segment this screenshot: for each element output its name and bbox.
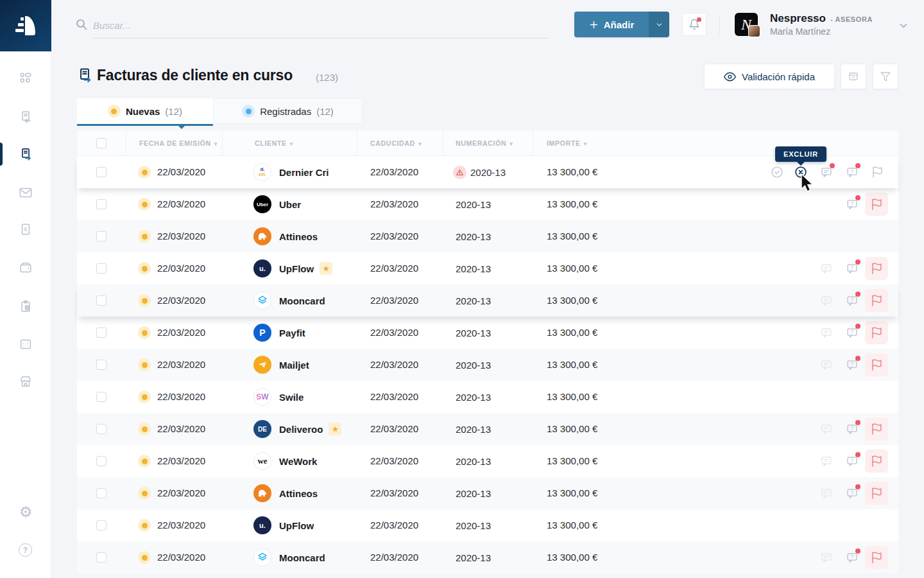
invoice-row-attineos[interactable]: 22/03/2020Attineos22/03/20202020-1313 30… (77, 477, 898, 509)
client-logo-upflow: u. (253, 259, 271, 277)
sidebar-item-settings-icon[interactable]: ⚙ (19, 505, 33, 519)
row-checkbox[interactable] (96, 167, 107, 177)
cell-amount: 13 300,00 € (547, 156, 597, 188)
flag-active-button[interactable] (865, 482, 888, 505)
question-new-icon-button[interactable]: ? (845, 293, 859, 308)
cell-due-date: 22/03/2020 (370, 349, 418, 381)
filter-button[interactable] (873, 64, 898, 89)
flag-active-button[interactable] (865, 353, 888, 376)
row-checkbox[interactable] (96, 456, 107, 466)
account-info[interactable]: Nespresso - ASESORA (770, 12, 873, 25)
sidebar-item-receipts-icon[interactable]: € (19, 222, 33, 236)
sidebar-item-accounting-icon[interactable] (19, 299, 33, 313)
flag-active-button[interactable] (865, 289, 888, 312)
invoice-row-deliveroo[interactable]: 22/03/2020DEDeliveroo22/03/20202020-1313… (77, 413, 898, 445)
app-logo[interactable] (0, 0, 51, 51)
column-header-numeracion[interactable]: Numeración (456, 130, 513, 156)
sidebar-item-shop-icon[interactable] (19, 374, 33, 389)
comment-muted-icon-button[interactable] (819, 486, 834, 500)
row-checkbox[interactable] (96, 263, 107, 274)
sidebar-item-integrations-icon[interactable] (19, 337, 33, 351)
invoice-row-mailjet[interactable]: 22/03/2020Mailjet22/03/20202020-1313 300… (77, 349, 898, 381)
flag-active-button[interactable] (865, 257, 888, 280)
invoice-row-mooncard[interactable]: 22/03/2020Mooncard22/03/20202020-1313 30… (77, 541, 898, 574)
validate-icon-button[interactable] (770, 165, 784, 179)
flag-active-button[interactable] (865, 193, 888, 216)
invoice-row-attineos[interactable]: 22/03/2020Attineos22/03/20202020-1313 30… (77, 220, 898, 252)
page-count: (123) (316, 72, 338, 83)
row-checkbox[interactable] (96, 199, 107, 209)
flag-active-button[interactable] (865, 546, 888, 569)
comment-muted-icon-button[interactable] (819, 326, 834, 340)
client-logo-mooncard (253, 548, 271, 566)
question-new-icon-button[interactable]: ? (845, 197, 859, 211)
question-new-icon-button[interactable]: ? (845, 550, 859, 565)
search-input[interactable] (93, 13, 549, 39)
row-checkbox[interactable] (96, 328, 107, 338)
question-new-icon-button[interactable]: ? (845, 358, 859, 372)
cell-due-date: 22/03/2020 (370, 509, 418, 541)
flag-active-button[interactable] (865, 321, 888, 344)
comment-muted-icon-button[interactable] (819, 261, 834, 276)
flag-icon-button[interactable] (870, 165, 884, 179)
tab-registradas[interactable]: Registradas (12) (213, 98, 363, 124)
row-status-dot-new (138, 551, 151, 564)
status-dot-new (108, 105, 121, 118)
invoice-row-mooncard[interactable]: 22/03/2020Mooncard22/03/20202020-1313 30… (77, 285, 898, 317)
quick-validation-button[interactable]: Validación rápida (704, 64, 835, 89)
comment-muted-icon-button[interactable] (819, 358, 834, 372)
row-checkbox[interactable] (96, 392, 107, 402)
notifications-button[interactable] (682, 13, 706, 36)
svg-text:?: ? (851, 489, 854, 496)
cell-client-name: Uber (279, 188, 301, 220)
row-checkbox[interactable] (96, 360, 107, 370)
invoice-row-swile[interactable]: 22/03/2020SWSwile22/03/20202020-1313 300… (77, 381, 898, 413)
cell-due-date: 22/03/2020 (370, 413, 418, 445)
flag-active-button[interactable] (865, 450, 888, 473)
column-header-cliente[interactable]: Cliente (255, 130, 293, 156)
comment-muted-icon-button[interactable] (819, 293, 834, 308)
tab-active-pointer (178, 126, 185, 129)
question-new-icon-button[interactable]: ? (845, 422, 859, 436)
comment-muted-icon-button[interactable] (819, 454, 834, 468)
row-checkbox[interactable] (96, 552, 107, 563)
select-all-checkbox[interactable] (96, 138, 107, 148)
cell-due-date: 22/03/2020 (370, 156, 418, 188)
invoice-row-upflow[interactable]: 22/03/2020u.UpFlow22/03/20202020-1313 30… (77, 509, 898, 541)
question-new-icon-button[interactable]: ? (845, 486, 859, 500)
comment-muted-icon-button[interactable] (819, 422, 834, 436)
sidebar-item-wallet-icon[interactable] (19, 261, 33, 275)
row-checkbox[interactable] (96, 295, 107, 306)
sidebar-item-help-icon[interactable]: ? (19, 543, 33, 557)
question-new-icon-button[interactable]: ? (845, 165, 859, 179)
question-new-icon-button[interactable]: ? (845, 454, 859, 468)
cell-due-date: 22/03/2020 (370, 445, 418, 477)
row-checkbox[interactable] (96, 520, 107, 530)
invoice-row-upflow[interactable]: 22/03/2020u.UpFlow22/03/20202020-1313 30… (77, 252, 898, 285)
column-header-fecha[interactable]: Fecha de emisión (139, 130, 218, 156)
sidebar-item-purchase-invoices-icon[interactable] (19, 110, 33, 124)
flag-active-button[interactable] (865, 417, 888, 441)
cell-client-name: Deliveroo (279, 413, 341, 445)
sidebar-item-dashboard-icon[interactable] (19, 71, 33, 85)
add-dropdown-button[interactable] (649, 12, 669, 37)
comment-new-icon-button[interactable] (819, 165, 834, 179)
invoice-row-payfit[interactable]: 22/03/2020PPayfit22/03/20202020-1313 300… (77, 317, 898, 349)
row-checkbox[interactable] (96, 488, 107, 498)
question-new-icon-button[interactable]: ? (845, 326, 859, 340)
row-checkbox[interactable] (96, 424, 107, 434)
tab-nuevas[interactable]: Nuevas (12) (77, 98, 213, 124)
add-button[interactable]: Añadir (574, 12, 649, 37)
archive-button[interactable] (841, 64, 866, 89)
comment-muted-icon-button[interactable] (819, 550, 834, 565)
invoice-row-uber[interactable]: 22/03/2020UberUber22/03/20202020-1313 30… (77, 188, 898, 220)
column-header-caducidad[interactable]: Caducidad (370, 130, 422, 156)
sidebar-item-mail-icon[interactable] (19, 186, 33, 200)
question-new-icon-button[interactable]: ? (845, 261, 859, 276)
invoice-row-wework[interactable]: 22/03/2020weWeWork22/03/20202020-1313 30… (77, 445, 898, 477)
sidebar-item-sales-invoices-icon[interactable] (19, 147, 33, 161)
row-checkbox[interactable] (96, 231, 107, 241)
account-chevron-down-icon[interactable] (898, 20, 909, 31)
cell-amount: 13 300,00 € (547, 509, 597, 541)
column-header-importe[interactable]: Importe (547, 130, 587, 156)
